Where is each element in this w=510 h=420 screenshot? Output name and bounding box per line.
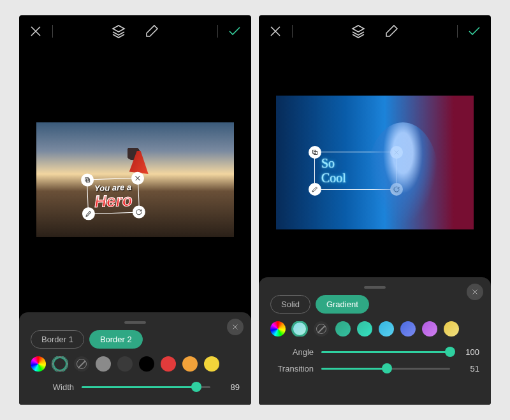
color-swatch-row (270, 321, 479, 337)
tab-border-2[interactable]: Border 2 (89, 330, 143, 349)
handle-delete-icon[interactable] (390, 146, 403, 159)
swatch-gold[interactable] (444, 321, 459, 337)
divider (457, 25, 458, 38)
tab-border-1[interactable]: Border 1 (31, 330, 84, 349)
handle-edit-icon[interactable] (82, 207, 96, 221)
preview-image: So Cool (276, 96, 474, 229)
slider-width-value: 89 (218, 382, 240, 392)
swatch-orange[interactable] (182, 356, 198, 372)
text-line-1: So (321, 156, 390, 171)
swatch-gray[interactable] (96, 356, 111, 372)
swatch-cyan[interactable] (379, 321, 394, 337)
slider-width[interactable] (82, 380, 210, 393)
eraser-icon[interactable] (384, 24, 399, 39)
editor-canvas[interactable]: You are a Hero (19, 47, 251, 312)
handle-delete-icon[interactable] (131, 171, 145, 185)
swatch-color-picker[interactable] (31, 356, 46, 372)
preview-image: You are a Hero (36, 122, 234, 237)
editor-canvas[interactable]: So Cool (259, 47, 491, 277)
tab-row: Solid Gradient (270, 295, 479, 314)
confirm-icon[interactable] (467, 24, 482, 39)
slider-angle[interactable] (321, 345, 450, 358)
panel-close-icon[interactable] (227, 319, 244, 335)
tab-solid[interactable]: Solid (270, 295, 310, 314)
swatch-teal[interactable] (335, 321, 351, 337)
handle-duplicate-icon[interactable] (81, 173, 94, 187)
panel-close-icon[interactable] (467, 284, 483, 300)
tab-row: Border 1 Border 2 (31, 330, 240, 349)
swatch-current[interactable] (52, 356, 68, 372)
slider-transition-value: 51 (458, 364, 479, 373)
slider-transition[interactable] (321, 362, 450, 375)
close-icon[interactable] (268, 24, 283, 39)
swatch-mint[interactable] (357, 321, 372, 337)
layers-icon[interactable] (351, 24, 366, 39)
slider-width-label: Width (31, 382, 74, 392)
handle-duplicate-icon[interactable] (309, 146, 321, 159)
eraser-icon[interactable] (144, 24, 159, 39)
confirm-icon[interactable] (227, 24, 242, 39)
drag-handle[interactable] (364, 286, 386, 289)
handle-rotate-icon[interactable] (133, 205, 146, 219)
swatch-current[interactable] (292, 321, 307, 337)
swatch-color-picker[interactable] (270, 321, 286, 337)
swatch-black[interactable] (139, 356, 154, 372)
swatch-none[interactable] (314, 321, 329, 337)
swatch-red[interactable] (161, 356, 176, 372)
swatch-darkgray[interactable] (117, 356, 133, 372)
divider (217, 25, 218, 38)
slider-angle-row: Angle 100 (270, 345, 479, 358)
handle-rotate-icon[interactable] (390, 183, 403, 196)
swatch-yellow[interactable] (204, 356, 219, 372)
editor-topbar (19, 15, 251, 47)
swatch-none[interactable] (74, 356, 89, 372)
slider-width-row: Width 89 (31, 380, 240, 393)
drag-handle[interactable] (124, 321, 146, 324)
layers-icon[interactable] (111, 24, 126, 39)
divider (292, 25, 293, 38)
phone-left: You are a Hero Border 1 Border 2 (19, 15, 251, 405)
handle-edit-icon[interactable] (309, 183, 321, 196)
slider-angle-value: 100 (458, 347, 479, 357)
slider-transition-label: Transition (270, 364, 314, 373)
figure-silhouette (129, 151, 149, 174)
text-selection-box[interactable]: So Cool (314, 152, 397, 190)
slider-transition-row: Transition 51 (270, 362, 479, 375)
tab-gradient[interactable]: Gradient (316, 295, 369, 314)
swatch-blue[interactable] (400, 321, 416, 337)
close-icon[interactable] (28, 24, 43, 39)
swatch-purple[interactable] (422, 321, 437, 337)
text-line-2: Hero (94, 192, 133, 210)
style-panel: Border 1 Border 2 Width 89 (19, 312, 251, 405)
slider-angle-label: Angle (270, 347, 314, 357)
divider (52, 25, 53, 38)
text-line-2: Cool (321, 171, 390, 185)
style-panel: Solid Gradient Angle 100 Transition (259, 277, 491, 405)
phone-right: So Cool Solid Gradient (259, 15, 491, 405)
color-swatch-row (31, 356, 240, 372)
text-selection-box[interactable]: You are a Hero (87, 178, 140, 215)
editor-topbar (259, 15, 491, 47)
